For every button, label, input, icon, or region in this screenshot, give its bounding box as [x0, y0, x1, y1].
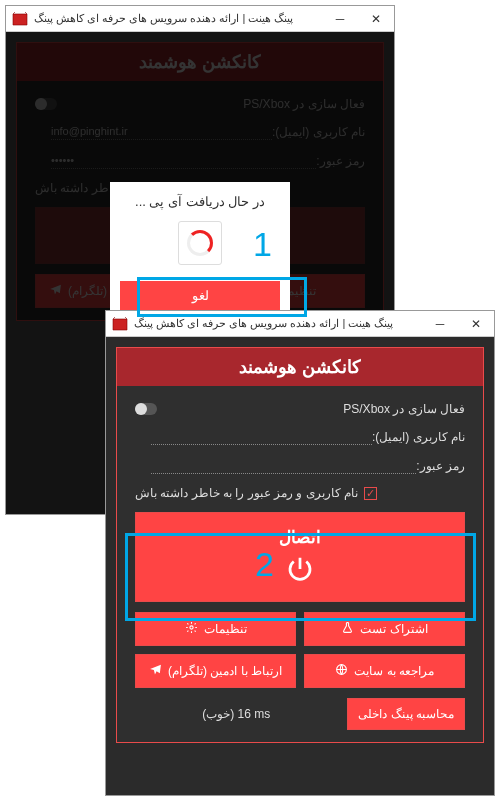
- settings-button[interactable]: تنظیمات: [135, 612, 296, 646]
- calc-ping-button[interactable]: محاسبه پینگ داخلی: [347, 698, 465, 730]
- connect-label: اتصال: [150, 527, 450, 548]
- close-button[interactable]: ✕: [458, 311, 494, 337]
- modal-message: در حال دریافت آی پی ...: [120, 194, 280, 209]
- username-label: نام کاربری (ایمیل):: [372, 430, 465, 444]
- contact-admin-button[interactable]: ارتباط با ادمین (تلگرام): [135, 654, 296, 688]
- power-icon: [285, 573, 315, 587]
- ping-value: (خوب) 16 ms: [135, 707, 337, 721]
- psxbox-toggle[interactable]: [135, 403, 157, 415]
- minimize-button[interactable]: ─: [322, 6, 358, 32]
- test-share-button[interactable]: اشتراک تست: [304, 612, 465, 646]
- remember-checkbox[interactable]: ✓: [364, 487, 377, 500]
- remember-label: نام کاربری و رمز عبور را به خاطر داشته ب…: [135, 486, 358, 500]
- svg-point-1: [189, 626, 192, 629]
- app-icon: [112, 317, 128, 331]
- connect-button[interactable]: اتصال: [135, 512, 465, 602]
- window-front: پینگ هینت | ارائه دهنده سرویس های حرفه ا…: [105, 310, 495, 796]
- titlebar: پینگ هینت | ارائه دهنده سرویس های حرفه ا…: [106, 311, 494, 337]
- flask-icon: [341, 621, 354, 637]
- window-title: پینگ هینت | ارائه دهنده سرویس های حرفه ا…: [34, 12, 322, 25]
- gear-icon: [185, 621, 198, 637]
- spinner-icon: [178, 221, 222, 265]
- panel-title: کانکشن هوشمند: [117, 348, 483, 386]
- username-input[interactable]: [151, 428, 372, 445]
- window-title: پینگ هینت | ارائه دهنده سرویس های حرفه ا…: [134, 317, 422, 330]
- globe-icon: [335, 663, 348, 679]
- modal-cancel-button[interactable]: لغو: [120, 281, 280, 310]
- minimize-button[interactable]: ─: [422, 311, 458, 337]
- psxbox-label: فعال سازی در PS/Xbox: [343, 402, 465, 416]
- telegram-icon: [149, 663, 162, 679]
- close-button[interactable]: ✕: [358, 6, 394, 32]
- visit-site-button[interactable]: مراجعه به سایت: [304, 654, 465, 688]
- password-label: رمز عبور:: [416, 459, 465, 473]
- main-panel: کانکشن هوشمند فعال سازی در PS/Xbox نام ک…: [116, 347, 484, 743]
- password-input[interactable]: [151, 457, 416, 474]
- loading-modal: در حال دریافت آی پی ... لغو: [110, 182, 290, 320]
- titlebar: پینگ هینت | ارائه دهنده سرویس های حرفه ا…: [6, 6, 394, 32]
- app-icon: [12, 12, 28, 26]
